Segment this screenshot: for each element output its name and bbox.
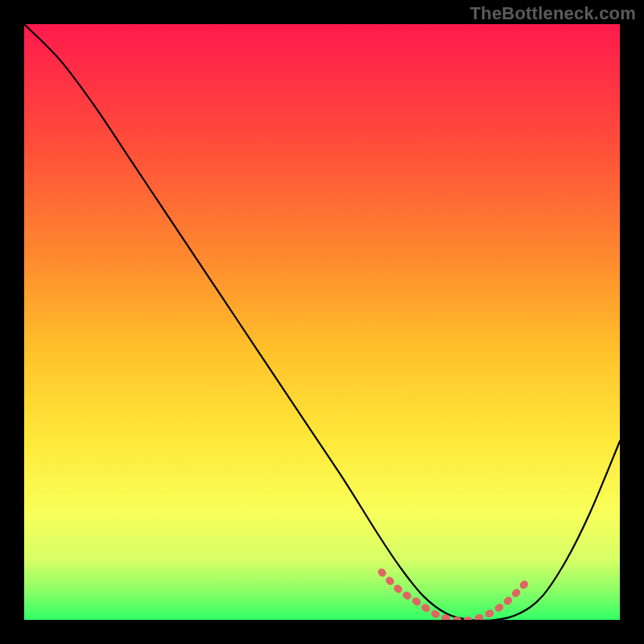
- bottleneck-chart: [24, 24, 620, 620]
- gradient-background: [24, 24, 620, 620]
- chart-frame: TheBottleneck.com: [0, 0, 644, 644]
- watermark-label: TheBottleneck.com: [470, 3, 636, 24]
